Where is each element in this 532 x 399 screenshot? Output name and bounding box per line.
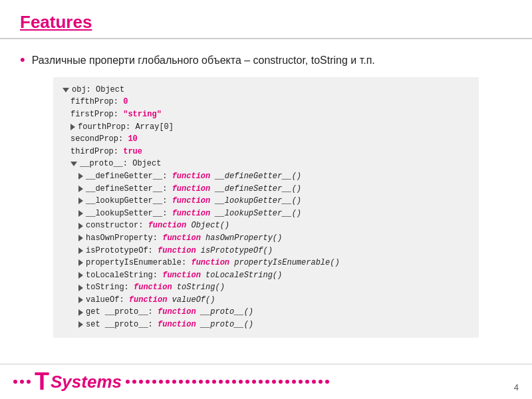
toggle-icon[interactable]	[78, 173, 83, 180]
code-line: toString: function toString()	[63, 281, 469, 294]
toggle-icon[interactable]	[78, 297, 83, 303]
dot-icon	[27, 380, 31, 384]
dot-icon	[20, 380, 24, 384]
code-line: __proto__: Object	[63, 158, 469, 170]
dot-icon	[192, 380, 196, 384]
bullet-item: • Различные проперти глобального объекта…	[20, 53, 512, 70]
dot-icon	[225, 380, 229, 384]
dot-icon	[172, 380, 176, 384]
dot-icon	[126, 380, 130, 384]
toggle-icon[interactable]	[78, 309, 83, 316]
code-line: set __proto__: function __proto__()	[63, 319, 469, 331]
dot-icon	[312, 380, 316, 384]
toggle-icon[interactable]	[78, 235, 83, 241]
code-line: obj: Object	[63, 84, 469, 96]
code-line: thirdProp: true	[63, 146, 469, 158]
dot-icon	[166, 380, 170, 384]
dot-icon	[319, 380, 323, 384]
footer-dots-left	[13, 380, 31, 384]
dot-icon	[239, 380, 243, 384]
toggle-icon[interactable]	[70, 162, 77, 166]
main-content: • Различные проперти глобального объекта…	[0, 46, 532, 350]
dot-icon	[245, 380, 249, 384]
dot-icon	[219, 380, 223, 384]
dot-icon	[132, 380, 136, 384]
dot-icon	[299, 380, 303, 384]
dot-icon	[146, 380, 150, 384]
dot-icon	[272, 380, 276, 384]
toggle-icon[interactable]	[78, 285, 83, 291]
code-line: __lookupSetter__: function __lookupSette…	[63, 207, 469, 220]
footer: T Systems	[0, 364, 532, 399]
code-line: propertyIsEnumerable: function propertyI…	[63, 257, 469, 269]
code-line: toLocaleString: function toLocaleString(…	[63, 269, 469, 282]
code-line: isPrototypeOf: function isPrototypeOf()	[63, 245, 469, 257]
code-line: valueOf: function valueOf()	[63, 294, 469, 307]
dot-icon	[159, 380, 163, 384]
logo: T Systems	[35, 370, 122, 394]
logo-t-letter: T	[35, 370, 49, 394]
dot-icon	[325, 380, 329, 384]
code-line: get __proto__: function __proto__()	[63, 306, 469, 319]
code-line: __lookupGetter__: function __lookupGette…	[63, 195, 469, 207]
toggle-icon[interactable]	[78, 223, 83, 229]
dot-icon	[292, 380, 296, 384]
dot-icon	[179, 380, 183, 384]
page-title: Features	[20, 12, 92, 32]
code-line: hasOwnProperty: function hasOwnProperty(…	[63, 232, 469, 245]
toggle-icon[interactable]	[70, 124, 75, 130]
dot-icon	[186, 380, 190, 384]
code-line: firstProp: "string"	[63, 108, 469, 121]
dot-icon	[139, 380, 143, 384]
footer-dots-right	[126, 380, 519, 384]
bullet-text: Различные проперти глобального объекта –…	[32, 53, 375, 68]
code-block: obj: Object fifthProp: 0 firstProp: "str…	[53, 77, 479, 338]
toggle-icon[interactable]	[78, 321, 83, 328]
code-line: secondProp: 10	[63, 133, 469, 146]
code-line: __defineSetter__: function __defineSette…	[63, 183, 469, 196]
toggle-icon[interactable]	[78, 198, 83, 204]
dot-icon	[259, 380, 263, 384]
dot-icon	[13, 380, 17, 384]
toggle-icon[interactable]	[78, 210, 83, 217]
toggle-icon[interactable]	[78, 186, 83, 192]
code-line: constructor: function Object()	[63, 219, 469, 232]
code-line: fifthProp: 0	[63, 96, 469, 108]
toggle-icon[interactable]	[78, 259, 83, 266]
toggle-icon[interactable]	[63, 88, 69, 92]
logo-systems-text: Systems	[51, 372, 122, 392]
toggle-icon[interactable]	[78, 247, 83, 254]
toggle-icon[interactable]	[78, 272, 83, 279]
header: Features	[0, 0, 532, 39]
dot-icon	[199, 380, 203, 384]
dot-icon	[152, 380, 156, 384]
dot-icon	[265, 380, 269, 384]
dot-icon	[285, 380, 289, 384]
dot-icon	[279, 380, 283, 384]
dot-icon	[212, 380, 216, 384]
code-line: __defineGetter__: function __defineGette…	[63, 170, 469, 183]
dot-icon	[305, 380, 309, 384]
dot-icon	[205, 380, 209, 384]
code-line: fourthProp: Array[0]	[63, 121, 469, 134]
page-number: 4	[514, 382, 519, 392]
dot-icon	[252, 380, 256, 384]
bullet-icon: •	[20, 50, 25, 70]
dot-icon	[232, 380, 236, 384]
